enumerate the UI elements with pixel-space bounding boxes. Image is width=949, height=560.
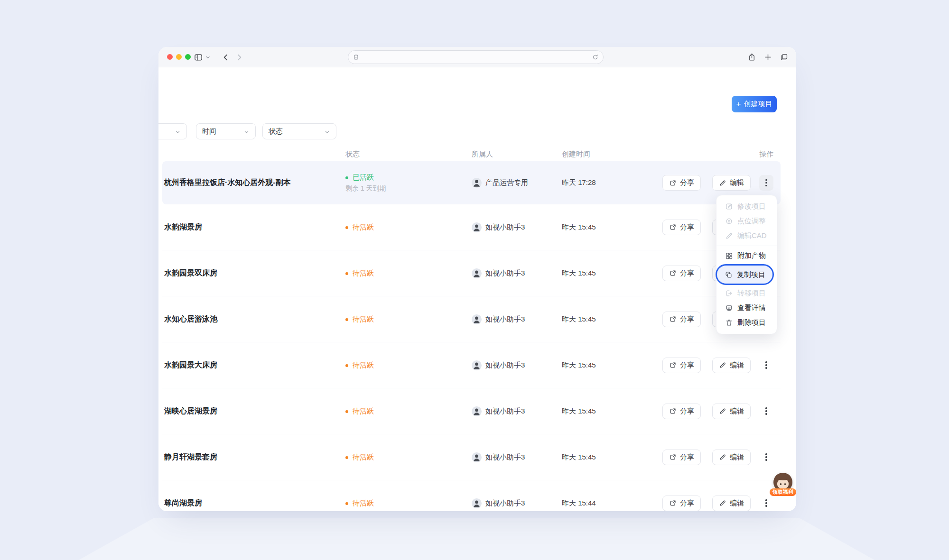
status-label: 待活跃 (353, 407, 374, 416)
row-actions: 分享 编辑 (662, 450, 773, 465)
menu-item-components[interactable]: 附加产物 (716, 248, 777, 263)
owner-name: 如视小助手3 (485, 499, 525, 508)
sidebar-icon[interactable] (194, 53, 203, 62)
table-row[interactable]: 尊尚湖景房 待活跃 如视小助手3 昨天 15:44 分享 编辑 (162, 480, 781, 511)
back-icon[interactable] (221, 53, 231, 62)
project-name: 水知心居游泳池 (162, 314, 345, 324)
menu-item-label: 点位调整 (737, 217, 766, 226)
share-button[interactable]: 分享 (662, 175, 701, 191)
menu-item-label: 复制项目 (737, 270, 765, 279)
close-window-button[interactable] (167, 54, 173, 60)
share-label: 分享 (680, 269, 694, 278)
share-button[interactable]: 分享 (662, 220, 701, 235)
menu-item-label: 编辑CAD (737, 231, 767, 240)
edit-label: 编辑 (730, 361, 744, 370)
share-button[interactable]: 分享 (662, 404, 701, 419)
minimize-window-button[interactable] (176, 54, 182, 60)
pencil-icon (725, 232, 733, 240)
chevron-down-icon[interactable] (205, 55, 211, 60)
filter-status-label: 状态 (269, 127, 283, 136)
share-button[interactable]: 分享 (662, 450, 701, 465)
status-cell: 待活跃 (345, 406, 472, 416)
share-icon[interactable] (747, 53, 756, 62)
owner-name: 如视小助手3 (485, 453, 525, 462)
owner-avatar (472, 222, 482, 232)
table-row[interactable]: 水韵园景双床房 待活跃 如视小助手3 昨天 15:45 分享 编辑 (162, 250, 781, 296)
table-row[interactable]: 杭州香格里拉饭店·水知心居外观-副本 已活跃 剩余 1 天到期 产品运营专用 昨… (162, 161, 781, 204)
more-actions-button[interactable] (759, 450, 773, 465)
row-actions: 分享 编辑 (662, 404, 773, 419)
menu-item-transfer: 转移项目 (716, 286, 777, 301)
status-cell: 待活跃 (345, 268, 472, 278)
external-link-icon (669, 361, 677, 369)
menu-item-trash[interactable]: 删除项目 (716, 315, 777, 330)
table-row[interactable]: 水韵园景大床房 待活跃 如视小助手3 昨天 15:45 分享 编辑 (162, 342, 781, 388)
owner-cell: 如视小助手3 (472, 406, 562, 416)
tabs-icon[interactable] (780, 53, 789, 62)
more-actions-button[interactable] (759, 496, 773, 511)
owner-name: 如视小助手3 (485, 223, 525, 232)
more-actions-button[interactable] (759, 358, 773, 373)
created-time: 昨天 15:45 (562, 453, 662, 462)
project-name: 静月轩湖景套房 (162, 452, 345, 462)
share-button[interactable]: 分享 (662, 312, 701, 327)
more-actions-button[interactable] (759, 175, 773, 191)
table-row[interactable]: 水知心居游泳池 待活跃 如视小助手3 昨天 15:45 分享 编辑 (162, 296, 781, 342)
table-row[interactable]: 静月轩湖景套房 待活跃 如视小助手3 昨天 15:45 分享 编辑 (162, 434, 781, 480)
target-icon (725, 217, 733, 225)
new-tab-icon[interactable] (763, 53, 772, 62)
transfer-icon (725, 289, 733, 297)
project-name: 水韵湖景房 (162, 222, 345, 232)
status-cell: 待活跃 (345, 498, 472, 508)
owner-cell: 如视小助手3 (472, 314, 562, 324)
owner-cell: 产品运营专用 (472, 178, 562, 188)
external-link-icon (669, 407, 677, 415)
status-label: 已活跃 (353, 173, 374, 182)
share-button[interactable]: 分享 (662, 266, 701, 281)
status-label: 待活跃 (353, 223, 374, 232)
create-project-button[interactable]: + 创建项目 (732, 96, 777, 112)
filter-dropdown-time[interactable]: 时间 (196, 123, 256, 139)
url-bar[interactable] (348, 50, 604, 64)
column-header-created: 创建时间 (562, 150, 759, 159)
edit-button[interactable]: 编辑 (712, 450, 751, 465)
created-time: 昨天 15:44 (562, 499, 662, 508)
menu-item-copy[interactable]: 复制项目 (716, 264, 774, 285)
edit-label: 编辑 (730, 453, 744, 462)
more-actions-button[interactable] (759, 404, 773, 419)
edit-button[interactable]: 编辑 (712, 496, 751, 511)
external-link-icon (669, 499, 677, 507)
edit-button[interactable]: 编辑 (712, 358, 751, 373)
share-button[interactable]: 分享 (662, 496, 701, 511)
owner-avatar (472, 268, 482, 278)
status-cell: 待活跃 (345, 314, 472, 324)
owner-avatar (472, 498, 482, 508)
traffic-lights (167, 54, 191, 60)
reader-icon[interactable] (353, 54, 360, 61)
edit-button[interactable]: 编辑 (712, 404, 751, 419)
reload-icon[interactable] (592, 54, 599, 61)
external-link-icon (669, 269, 677, 277)
share-button[interactable]: 分享 (662, 358, 701, 373)
project-name: 尊尚湖景房 (162, 498, 345, 508)
table-body: 杭州香格里拉饭店·水知心居外观-副本 已活跃 剩余 1 天到期 产品运营专用 昨… (162, 161, 781, 511)
menu-item-details[interactable]: 查看详情 (716, 301, 777, 315)
forward-icon[interactable] (234, 53, 244, 62)
table-row[interactable]: 水韵湖景房 待活跃 如视小助手3 昨天 15:45 分享 编辑 (162, 204, 781, 250)
browser-window: + 创建项目 时间 状态 状态 所属人 创建时间 操作 (158, 47, 796, 511)
share-label: 分享 (680, 223, 694, 232)
filter-dropdown-status[interactable]: 状态 (262, 123, 336, 139)
zoom-window-button[interactable] (185, 54, 191, 60)
status-dot-icon (345, 364, 348, 367)
page-content: + 创建项目 时间 状态 状态 所属人 创建时间 操作 (158, 67, 796, 511)
owner-avatar (472, 314, 482, 324)
owner-name: 如视小助手3 (485, 407, 525, 416)
table-header: 状态 所属人 创建时间 操作 (162, 147, 781, 161)
project-name: 杭州香格里拉饭店·水知心居外观-副本 (162, 178, 345, 188)
table-row[interactable]: 湖映心居湖景房 待活跃 如视小助手3 昨天 15:45 分享 编辑 (162, 388, 781, 434)
edit-button[interactable]: 编辑 (712, 175, 751, 191)
claim-benefits-badge[interactable]: 领取福利 (770, 488, 796, 496)
assistant-mascot[interactable]: 领取福利 (770, 473, 796, 496)
filter-dropdown-first[interactable] (158, 123, 187, 139)
menu-item-label: 转移项目 (737, 289, 766, 298)
